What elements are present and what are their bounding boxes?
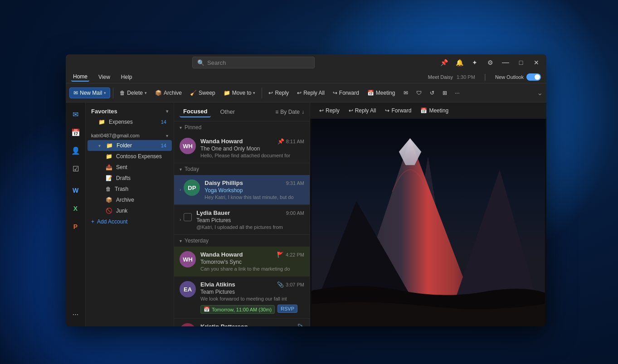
avatar-wanda-1: WH: [180, 138, 196, 154]
folder-archive[interactable]: 📦 Archive: [88, 194, 172, 205]
sidebar-item-people[interactable]: 👤: [68, 142, 84, 159]
rsvp-button-elvia-1[interactable]: RSVP: [277, 305, 297, 313]
main-content: ✉ 📅 👤 ☑ W X P ··· Favorites ▾ 📁: [66, 102, 546, 326]
meet-daisy-area: Meet Daisy 1:30 PM: [428, 74, 475, 80]
sidebar-item-more[interactable]: ···: [68, 306, 84, 323]
move-to-button[interactable]: 📁 Move to ▾: [220, 88, 259, 98]
avatar-elvia-1: EA: [180, 281, 196, 297]
pinned-section-header[interactable]: ▾ Pinned: [174, 121, 310, 133]
move-dropdown-icon: ▾: [253, 91, 255, 95]
search-placeholder: Search: [207, 59, 226, 66]
menu-view[interactable]: View: [97, 73, 112, 81]
account-header[interactable]: katri0487@gmail.com ▾: [86, 131, 174, 140]
email-header-wanda-2: Wanda Howard 🚩 4:22 PM: [200, 251, 304, 258]
notification-icon[interactable]: 🔔: [453, 56, 466, 69]
sidebar-item-calendar[interactable]: 📅: [68, 124, 84, 141]
tab-focused[interactable]: Focused: [180, 106, 211, 117]
yesterday-section-header[interactable]: ▾ Yesterday: [174, 235, 310, 247]
reading-reply-button[interactable]: ↩ Reply: [316, 106, 343, 115]
yesterday-label: Yesterday: [185, 238, 209, 244]
maximize-button[interactable]: □: [515, 56, 527, 69]
undo-button[interactable]: ↺: [426, 88, 438, 98]
favorites-label: Favorites: [91, 108, 117, 115]
email-item-wanda-1[interactable]: WH Wanda Howard 📌 8:11 AM The One and On…: [174, 133, 310, 163]
reply-all-button[interactable]: ↩ Reply All: [293, 88, 328, 98]
email-time-wanda-1: 8:11 AM: [286, 139, 304, 144]
folder-main-count: 14: [161, 143, 166, 148]
toolbar: ✉ New Mail ▾ 🗑 Delete ▾ 📦 Archive 🧹 Swee…: [66, 83, 546, 102]
email-list: Focused Other ≡ By Date ↓ ▾ Pinned WH Wa…: [174, 102, 310, 326]
toggle-switch[interactable]: [526, 73, 541, 81]
folder-sent-left: 📤 Sent: [106, 164, 127, 170]
email-item-lydia-1[interactable]: › Lydia Bauer 9:00 AM Team Pictures @Kat…: [174, 205, 310, 235]
new-outlook-toggle[interactable]: New Outlook: [495, 73, 541, 81]
folder-trash-label: Trash: [115, 186, 128, 192]
folder-contoso-icon: 📁: [106, 153, 112, 160]
expand-icon-lydia: ›: [180, 217, 181, 222]
folder-junk[interactable]: 🚫 Junk: [88, 205, 172, 216]
menu-help[interactable]: Help: [119, 73, 134, 81]
delete-button[interactable]: 🗑 Delete ▾: [116, 88, 151, 98]
toolbar-sep-2: [262, 87, 262, 98]
menu-home[interactable]: Home: [71, 73, 89, 82]
meeting-icon: 📅: [367, 90, 374, 96]
filter-sort-icon: ↓: [302, 109, 304, 115]
filter-button[interactable]: ≡ By Date ↓: [275, 109, 304, 115]
folder-contoso[interactable]: 📁 Contoso Expenses: [88, 151, 172, 162]
checkbox-lydia-1[interactable]: [184, 213, 192, 221]
email-content-wanda-2: Wanda Howard 🚩 4:22 PM Tomorrow's Sync C…: [200, 251, 304, 272]
forward-button[interactable]: ↪ Forward: [329, 88, 363, 98]
grid-view-button[interactable]: ⊞: [439, 88, 451, 98]
folder-junk-icon: 🚫: [106, 208, 112, 214]
folder-drafts-icon: 📝: [106, 175, 112, 181]
outlook-window: 🔍 Search 📌 🔔 ✦ ⚙ — □ ✕ Home View Help Me…: [66, 54, 546, 326]
today-section-header[interactable]: ▾ Today: [174, 163, 310, 175]
reply-button[interactable]: ↩ Reply: [265, 88, 292, 98]
minimize-button[interactable]: —: [499, 56, 512, 69]
sidebar-item-todo[interactable]: ☑: [68, 160, 84, 177]
meeting-button[interactable]: 📅 Meeting: [364, 88, 399, 98]
folder-main[interactable]: ▾ 📁 Folder 14: [88, 140, 172, 151]
search-box[interactable]: 🔍 Search: [192, 57, 315, 68]
reading-reply-all-button[interactable]: ↩ Reply All: [345, 106, 380, 115]
tab-other[interactable]: Other: [216, 107, 238, 117]
settings-icon[interactable]: ⚙: [484, 56, 496, 69]
pin-icon[interactable]: 📌: [438, 56, 450, 69]
close-button[interactable]: ✕: [530, 56, 543, 69]
favorites-header[interactable]: Favorites ▾: [86, 106, 174, 116]
email-subject-wanda-2: Tomorrow's Sync: [200, 259, 304, 265]
sidebar-item-word[interactable]: W: [68, 182, 84, 199]
folder-trash-icon: 🗑: [106, 186, 111, 192]
sidebar-item-excel[interactable]: X: [68, 200, 84, 217]
sidebar-item-powerpoint[interactable]: P: [68, 218, 84, 235]
archive-label: Archive: [164, 90, 182, 96]
email-item-wanda-2[interactable]: WH Wanda Howard 🚩 4:22 PM Tomorrow's Syn…: [174, 247, 310, 277]
email-content-lydia-1: Lydia Bauer 9:00 AM Team Pictures @Katri…: [196, 209, 304, 230]
reading-meeting-button[interactable]: 📅 Meeting: [417, 106, 452, 115]
new-mail-icon: ✉: [73, 90, 78, 96]
email-item-daisy-1[interactable]: › DP Daisy Phillips 9:31 AM Yoga Worksho…: [174, 175, 310, 205]
folder-main-icon: 📁: [106, 142, 113, 149]
new-mail-button[interactable]: ✉ New Mail ▾: [69, 87, 110, 98]
email-icon-btn[interactable]: ✉: [400, 88, 412, 98]
folder-sent[interactable]: 📤 Sent: [88, 162, 172, 173]
account-email: katri0487@gmail.com: [91, 133, 140, 138]
archive-button[interactable]: 📦 Archive: [151, 88, 185, 98]
sweep-button[interactable]: 🧹 Sweep: [186, 88, 219, 98]
sidebar-item-mail[interactable]: ✉: [68, 106, 84, 122]
email-item-elvia-1[interactable]: EA Elvia Atikins 📎 3:07 PM Team Pictures…: [174, 277, 310, 319]
folder-expenses[interactable]: 📁 Expenses 14: [88, 116, 172, 127]
email-subject-elvia-1: Team Pictures: [200, 289, 304, 295]
shield-btn[interactable]: 🛡: [413, 88, 425, 98]
folder-main-label: Folder: [117, 142, 132, 149]
folder-trash[interactable]: 🗑 Trash: [88, 184, 172, 194]
email-icon: ✉: [404, 90, 408, 96]
sparkle-icon[interactable]: ✦: [468, 56, 481, 69]
menu-bar: Home View Help Meet Daisy 1:30 PM | New …: [66, 71, 546, 83]
more-button[interactable]: ···: [452, 88, 463, 98]
collapse-button[interactable]: ⌄: [537, 88, 543, 97]
email-item-kristin-1[interactable]: KP Kristin Patterson 📎: [174, 319, 310, 326]
add-account-button[interactable]: + Add Account: [86, 216, 174, 227]
folder-drafts[interactable]: 📝 Drafts: [88, 173, 172, 184]
reading-forward-button[interactable]: ↪ Forward: [381, 106, 415, 115]
